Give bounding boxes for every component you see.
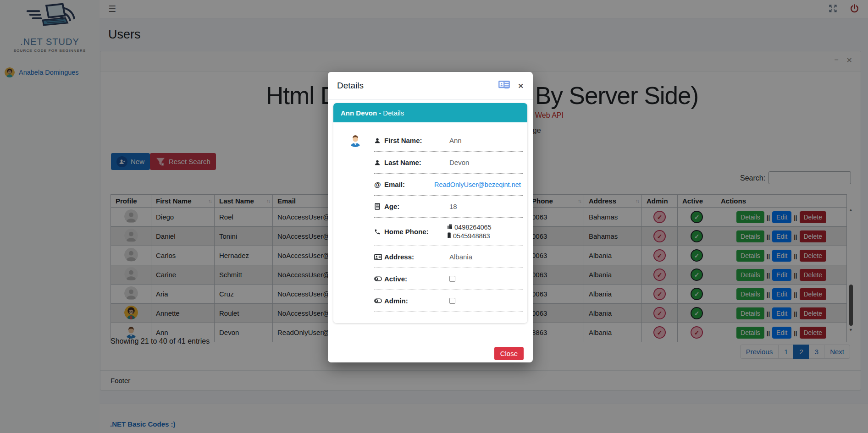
field-value: Ann <box>449 137 462 144</box>
modal-title: Details <box>337 81 364 91</box>
close-button[interactable]: Close <box>494 347 524 360</box>
detail-field-row: Admin: <box>374 290 523 312</box>
field-value: 18 <box>449 203 457 210</box>
details-panel: Ann Devon - Details First Name:Ann Last … <box>333 103 527 323</box>
field-phones: 04982640650545948863 <box>447 223 492 241</box>
toggle-icon <box>374 276 384 281</box>
detail-field-row: Active: <box>374 268 523 290</box>
modal-footer: Close <box>328 343 533 362</box>
user-icon <box>374 137 384 144</box>
field-checkbox[interactable] <box>449 298 455 304</box>
field-label: Admin: <box>384 297 408 305</box>
panel-user-name: Ann Devon <box>341 109 377 117</box>
detail-field-row: Home Phone:04982640650545948863 <box>374 218 523 246</box>
addresscard-icon <box>374 254 384 260</box>
id-card-icon <box>498 81 510 91</box>
email-link[interactable]: ReadOnlyUser@bezeqint.net <box>434 181 521 188</box>
detail-fields: First Name:Ann Last Name:Devon @ Email:R… <box>374 130 523 312</box>
detail-field-row: Last Name:Devon <box>374 152 523 174</box>
field-label: Last Name: <box>384 159 421 166</box>
calculator-icon <box>374 203 384 210</box>
panel-title-suffix: - Details <box>379 109 404 117</box>
modal-close-icon[interactable]: ✕ <box>518 82 524 90</box>
field-label: Active: <box>384 275 407 283</box>
field-label: Email: <box>384 181 405 188</box>
modal-header: Details ✕ <box>328 72 533 100</box>
detail-user-avatar <box>348 133 362 147</box>
user-icon <box>374 159 384 166</box>
detail-field-row: First Name:Ann <box>374 130 523 152</box>
field-value: Devon <box>449 159 469 166</box>
fax-icon <box>447 223 453 232</box>
at-icon: @ <box>374 181 384 188</box>
field-label: Home Phone: <box>384 228 429 236</box>
field-label: Address: <box>384 253 414 261</box>
detail-field-row: Age:18 <box>374 196 523 218</box>
field-value: Albania <box>449 253 472 261</box>
toggle-icon <box>374 298 384 303</box>
field-label: First Name: <box>384 137 422 144</box>
field-label: Age: <box>384 203 399 210</box>
panel-body: First Name:Ann Last Name:Devon @ Email:R… <box>333 122 527 323</box>
detail-field-row: Address:Albania <box>374 246 523 268</box>
phone-icon <box>374 229 384 235</box>
panel-header: Ann Devon - Details <box>333 103 527 122</box>
mobile-icon <box>447 232 451 241</box>
field-checkbox[interactable] <box>449 276 455 282</box>
detail-field-row: @ Email:ReadOnlyUser@bezeqint.net <box>374 174 523 196</box>
details-modal: Details ✕ Ann Devon - Details <box>328 72 533 362</box>
